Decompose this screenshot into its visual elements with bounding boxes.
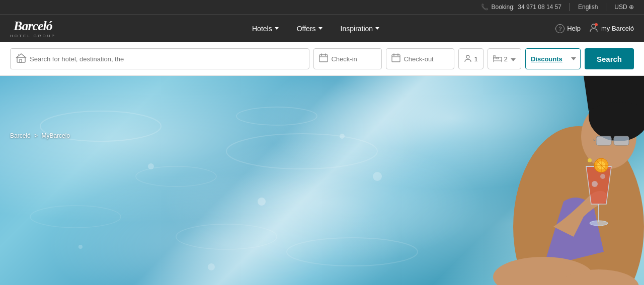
logo-sub: HOTEL GROUP [10,34,56,38]
svg-point-27 [588,158,592,162]
user-icon [589,23,599,35]
svg-point-13 [30,206,121,228]
booking-label: Booking: [492,4,515,11]
hero-section: Barceló > MyBarcelo [0,76,644,285]
checkout-field[interactable] [386,48,454,69]
nav-right: ? Help my Barceló [555,23,634,35]
svg-rect-2 [17,57,25,62]
svg-point-20 [78,245,83,249]
calendar-checkout-icon [391,53,400,64]
nav-hotels-label: Hotels [252,25,272,33]
rooms-chevron-icon [511,55,516,63]
svg-rect-26 [614,136,629,145]
hero-person [453,76,644,285]
nav-links: Hotels Offers Inspiration [76,21,555,37]
hotel-icon [16,52,27,66]
chevron-down-icon [275,27,279,30]
language-selector[interactable]: English [578,4,598,11]
currency-icon: ⊕ [629,4,634,11]
chevron-down-icon [318,27,323,30]
svg-rect-5 [392,55,400,62]
adults-count: 1 [474,55,477,63]
hero-background [0,76,644,285]
separator-1 [570,3,570,11]
nav-offers[interactable]: Offers [289,21,331,37]
destination-field[interactable] [10,48,309,69]
svg-point-15 [236,107,317,125]
person-icon [464,54,472,64]
mybarcelo-label: my Barceló [601,25,634,32]
svg-point-18 [340,134,345,139]
search-bar: 1 2 Discounts Search [0,42,644,76]
nav-inspiration-label: Inspiration [341,25,373,33]
main-nav: Barceló HOTEL GROUP Hotels Offers Inspir… [0,14,644,42]
breadcrumb-separator: > [34,132,38,139]
checkout-input[interactable] [404,55,449,63]
svg-point-30 [592,181,598,187]
logo[interactable]: Barceló HOTEL GROUP [10,19,56,38]
logo-name: Barceló [14,19,52,34]
svg-point-29 [590,221,608,226]
svg-point-16 [148,163,154,169]
phone-info: 📞 Booking: 34 971 08 14 57 [481,4,561,11]
svg-rect-8 [497,57,499,59]
search-button[interactable]: Search [585,48,634,69]
svg-rect-3 [20,59,22,62]
chevron-down-icon [375,27,379,30]
nav-hotels[interactable]: Hotels [244,21,287,37]
checkin-input[interactable] [331,55,376,63]
nav-inspiration[interactable]: Inspiration [333,21,388,37]
nav-offers-label: Offers [297,25,316,33]
svg-point-11 [226,134,377,169]
calendar-icon [319,53,328,64]
help-label: Help [567,25,581,32]
svg-rect-4 [319,55,328,62]
hero-image [0,76,644,285]
svg-point-21 [373,172,382,181]
svg-point-1 [595,23,598,26]
question-icon: ? [555,24,565,33]
discounts-select[interactable]: Discounts [525,48,581,69]
checkin-field[interactable] [313,48,382,69]
help-link[interactable]: ? Help [555,24,581,33]
svg-point-19 [208,263,215,270]
svg-rect-25 [596,136,611,145]
rooms-count: 2 [504,55,508,63]
svg-point-12 [176,224,277,249]
breadcrumb-current: MyBarcelo [41,132,70,139]
rooms-field[interactable]: 2 [488,48,521,69]
top-bar: 📞 Booking: 34 971 08 14 57 English USD ⊕ [0,0,644,14]
breadcrumb: Barceló > MyBarcelo [10,132,70,139]
phone-icon: 📞 [481,4,489,11]
breadcrumb-home[interactable]: Barceló [10,132,31,139]
currency-label: USD [614,4,627,11]
phone-number: 34 971 08 14 57 [518,4,561,11]
svg-point-6 [466,55,469,58]
svg-point-31 [600,174,605,179]
separator-2 [606,3,606,11]
svg-point-14 [287,238,418,266]
bed-icon [493,54,502,64]
currency-selector[interactable]: USD ⊕ [614,4,634,11]
search-input[interactable] [30,55,304,63]
svg-point-17 [258,198,266,206]
svg-point-10 [136,166,216,186]
search-button-label: Search [597,55,622,63]
adults-field[interactable]: 1 [458,48,483,69]
mybarcelo-link[interactable]: my Barceló [589,23,634,35]
